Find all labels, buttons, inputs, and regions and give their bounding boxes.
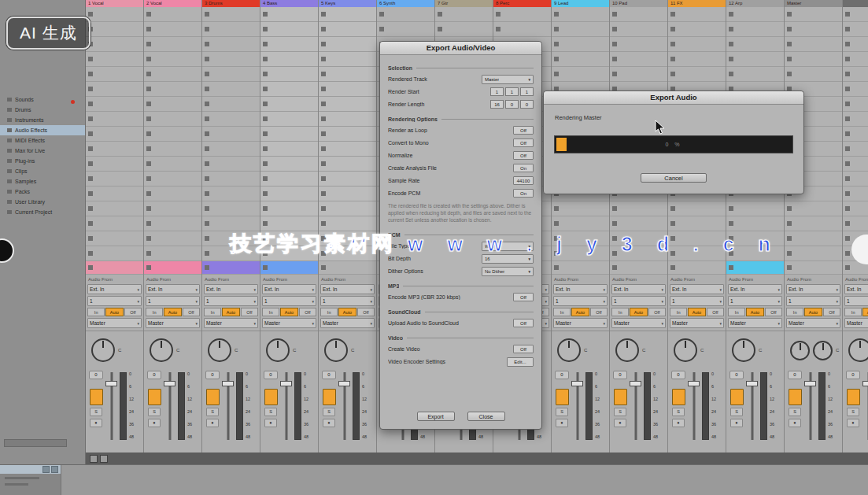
- input-type-dropdown[interactable]: Ext. In ▾: [670, 284, 724, 294]
- clip-stop-button[interactable]: [263, 116, 268, 121]
- clip-stop-button[interactable]: [263, 191, 268, 196]
- clip-slot[interactable]: [726, 201, 784, 216]
- monitor-in-button[interactable]: In: [146, 308, 163, 316]
- volume-fader[interactable]: [688, 371, 700, 453]
- clip-stop-button[interactable]: [321, 206, 326, 211]
- clip-stop-button[interactable]: [729, 57, 733, 61]
- clip-stop-button[interactable]: [88, 206, 93, 211]
- monitor-in-button[interactable]: In: [786, 308, 803, 316]
- track-header[interactable]: 12 Arp: [726, 0, 784, 7]
- clip-stop-button[interactable]: [496, 12, 500, 17]
- clip-stop-button[interactable]: [146, 72, 151, 76]
- clip-stop-button[interactable]: [612, 12, 617, 17]
- clip-stop-button[interactable]: [787, 206, 792, 211]
- clip-slot[interactable]: [86, 37, 143, 52]
- clip-slot[interactable]: [668, 7, 726, 22]
- clip-stop-button[interactable]: [612, 27, 617, 31]
- clip-stop-button[interactable]: [670, 12, 675, 17]
- clip-stop-button[interactable]: [321, 191, 326, 196]
- beats-field[interactable]: 0: [505, 100, 519, 109]
- clip-stop-button[interactable]: [612, 265, 617, 270]
- clip-stop-button[interactable]: [263, 176, 268, 181]
- clip-stop-button[interactable]: [845, 12, 850, 17]
- clip-stop-button[interactable]: [146, 265, 151, 270]
- bars-field[interactable]: 1: [490, 87, 504, 96]
- fader-handle[interactable]: [571, 381, 583, 386]
- clip-stop-button[interactable]: [205, 27, 209, 31]
- export-button[interactable]: Export: [417, 412, 455, 421]
- volume-fader[interactable]: [338, 371, 350, 453]
- clip-slot[interactable]: [785, 67, 842, 82]
- monitor-auto-button[interactable]: Auto: [630, 308, 647, 316]
- clip-slot[interactable]: [202, 22, 260, 37]
- clip-slot-bottom[interactable]: [610, 261, 667, 275]
- clip-slot[interactable]: [86, 22, 143, 37]
- clip-stop-button[interactable]: [146, 87, 151, 91]
- volume-fader[interactable]: [105, 371, 117, 453]
- clip-slot[interactable]: [144, 52, 201, 67]
- clip-stop-button[interactable]: [263, 57, 268, 61]
- track-activator-button[interactable]: [206, 389, 220, 405]
- clip-stop-button[interactable]: [146, 12, 151, 17]
- track-activator-button[interactable]: [672, 389, 685, 405]
- clip-slot[interactable]: [86, 246, 143, 261]
- volume-fader[interactable]: [222, 371, 234, 453]
- clip-slot[interactable]: [843, 22, 868, 37]
- monitor-in-button[interactable]: In: [611, 308, 629, 316]
- peak-level-box[interactable]: 0: [322, 371, 336, 379]
- clip-stop-button[interactable]: [146, 116, 151, 121]
- peak-level-box[interactable]: 0: [788, 371, 802, 379]
- solo-button[interactable]: S: [672, 408, 685, 416]
- clip-slot-bottom[interactable]: [726, 261, 784, 275]
- clip-slot[interactable]: [726, 67, 784, 82]
- clip-slot[interactable]: [144, 216, 201, 231]
- clip-slot[interactable]: [260, 187, 318, 201]
- clip-stop-button[interactable]: [88, 265, 93, 270]
- clip-stop-button[interactable]: [845, 102, 850, 106]
- clip-stop-button[interactable]: [670, 42, 675, 46]
- clip-slot[interactable]: [202, 127, 260, 142]
- edit-button[interactable]: Edit...: [507, 357, 534, 367]
- clip-stop-button[interactable]: [205, 12, 209, 17]
- clip-stop-button[interactable]: [554, 42, 559, 46]
- clip-stop-button[interactable]: [263, 265, 268, 270]
- clip-slot-bottom[interactable]: [668, 261, 726, 275]
- clip-stop-button[interactable]: [845, 251, 850, 256]
- clip-slot[interactable]: [319, 67, 376, 82]
- clip-stop-button[interactable]: [845, 146, 850, 151]
- monitor-off-button[interactable]: Off: [648, 308, 666, 316]
- clip-slot-bottom[interactable]: [785, 261, 842, 275]
- monitor-off-button[interactable]: Off: [823, 308, 840, 316]
- monitor-off-button[interactable]: Off: [357, 308, 375, 316]
- clip-stop-button[interactable]: [205, 251, 209, 256]
- clip-slot[interactable]: [843, 187, 868, 201]
- monitor-in-button[interactable]: In: [844, 308, 862, 316]
- clip-stop-button[interactable]: [146, 131, 151, 136]
- clip-stop-button[interactable]: [612, 221, 617, 226]
- track-activator-button[interactable]: [847, 389, 860, 405]
- clip-stop-button[interactable]: [670, 221, 675, 226]
- monitor-auto-button[interactable]: Auto: [746, 308, 763, 316]
- sixteenths-field[interactable]: 0: [520, 100, 534, 109]
- clip-stop-button[interactable]: [263, 146, 268, 151]
- arm-button[interactable]: ●: [264, 419, 277, 427]
- clip-slot[interactable]: [785, 216, 842, 231]
- clip-slot[interactable]: [610, 67, 667, 82]
- clip-stop-button[interactable]: [263, 72, 268, 76]
- sixteenths-field[interactable]: 1: [520, 87, 534, 96]
- input-type-dropdown[interactable]: Ext. In ▾: [553, 284, 608, 294]
- arm-button[interactable]: ●: [206, 419, 219, 427]
- track-header[interactable]: 7 Gtr: [435, 0, 493, 7]
- clip-stop-button[interactable]: [321, 27, 326, 31]
- input-type-dropdown[interactable]: Ext. In ▾: [262, 284, 316, 294]
- clip-stop-button[interactable]: [845, 221, 850, 226]
- clip-slot[interactable]: [493, 22, 551, 37]
- clip-stop-button[interactable]: [205, 146, 209, 151]
- clip-slot[interactable]: [260, 82, 318, 97]
- clip-slot[interactable]: [668, 52, 726, 67]
- input-channel-dropdown[interactable]: 1 ▾: [320, 296, 375, 306]
- clip-stop-button[interactable]: [146, 57, 151, 61]
- clip-stop-button[interactable]: [263, 12, 268, 17]
- clip-stop-button[interactable]: [263, 221, 268, 226]
- input-channel-dropdown[interactable]: 1 ▾: [146, 296, 200, 306]
